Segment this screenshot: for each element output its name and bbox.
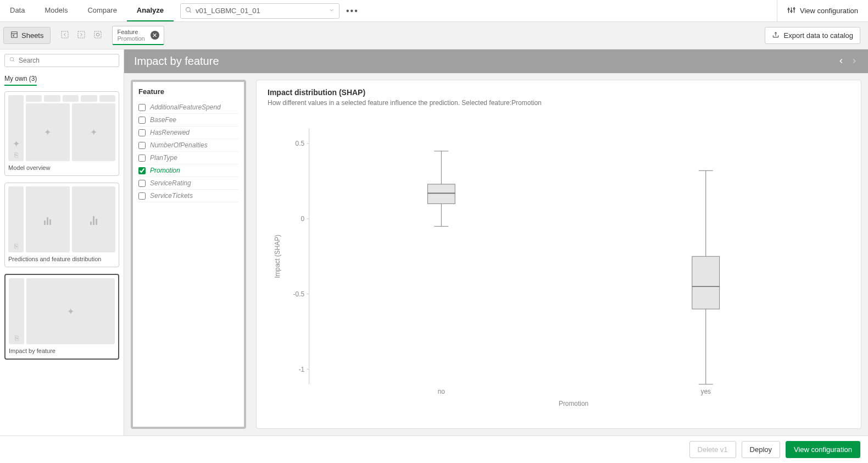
- nav-tab-models[interactable]: Models: [35, 0, 77, 21]
- sheet-title: Impact by feature: [134, 55, 219, 68]
- puzzle-icon: ✦: [90, 127, 97, 137]
- model-selector[interactable]: v01_LGBMC_01_01: [180, 3, 340, 19]
- top-nav: Data Models Compare Analyze v01_LGBMC_01…: [0, 0, 868, 22]
- nav-tab-analyze[interactable]: Analyze: [127, 0, 174, 21]
- svg-point-7: [793, 8, 795, 9]
- feature-item-plantype[interactable]: PlanType: [138, 152, 238, 164]
- select-back-icon[interactable]: [60, 30, 69, 41]
- boxplot-chart[interactable]: -1-0.500.5Impact (SHAP)noyesPromotion: [268, 110, 850, 421]
- svg-text:no: no: [438, 388, 446, 395]
- delete-button: Delete v1: [689, 441, 736, 458]
- feature-item-servicetickets[interactable]: ServiceTickets: [138, 190, 238, 202]
- svg-text:-1: -1: [298, 366, 304, 373]
- feature-item-label: ServiceRating: [150, 179, 191, 187]
- sheet-icon: ⎘: [14, 151, 18, 159]
- deploy-button[interactable]: Deploy: [742, 441, 780, 458]
- svg-rect-10: [62, 31, 68, 38]
- clear-selection-icon[interactable]: [93, 30, 102, 41]
- svg-rect-31: [428, 184, 455, 204]
- feature-panel-title: Feature: [138, 87, 238, 96]
- nav-tabs: Data Models Compare Analyze: [0, 0, 174, 21]
- nav-tab-data[interactable]: Data: [0, 0, 35, 21]
- feature-checkbox[interactable]: [138, 180, 146, 187]
- view-configuration-button[interactable]: View configuration: [786, 441, 860, 458]
- search-icon: [9, 57, 15, 64]
- feature-checkbox[interactable]: [138, 129, 146, 136]
- feature-item-numberofpenalties[interactable]: NumberOfPenalties: [138, 139, 238, 152]
- feature-item-servicerating[interactable]: ServiceRating: [138, 177, 238, 190]
- active-feature-tab[interactable]: Feature Promotion ✕: [112, 26, 164, 45]
- feature-checkbox[interactable]: [138, 117, 146, 124]
- feature-item-label: HasRenewed: [150, 129, 190, 136]
- sliders-icon: [787, 6, 795, 16]
- selection-tools: [60, 30, 102, 41]
- feature-checkbox[interactable]: [138, 155, 146, 162]
- select-forward-icon[interactable]: [77, 30, 86, 41]
- svg-rect-12: [94, 31, 101, 38]
- search-icon: [185, 7, 192, 15]
- svg-rect-11: [78, 31, 85, 38]
- feature-item-additionalfeaturespend[interactable]: AdditionalFeatureSpend: [138, 101, 238, 114]
- feature-item-label: Promotion: [150, 167, 180, 174]
- feature-item-label: PlanType: [150, 154, 177, 162]
- svg-line-1: [190, 11, 191, 13]
- svg-point-5: [791, 10, 792, 12]
- left-panel: My own (3) ✦⎘ ✦✦ Model overview ⎘ Predic…: [0, 49, 124, 436]
- chart-title: Impact distribution (SHAP): [268, 88, 850, 97]
- view-configuration-label: View configuration: [800, 7, 858, 15]
- feature-checkbox[interactable]: [138, 192, 146, 200]
- sheet-thumb-label: Predictions and feature distribution: [8, 255, 115, 263]
- svg-point-3: [788, 8, 789, 10]
- svg-text:Impact (SHAP): Impact (SHAP): [274, 235, 281, 278]
- feature-item-label: ServiceTickets: [150, 192, 193, 200]
- export-label: Export data to catalog: [784, 31, 853, 40]
- sheet-thumb-label: Impact by feature: [9, 346, 115, 355]
- sheets-button[interactable]: Sheets: [3, 27, 51, 44]
- model-selector-value: v01_LGBMC_01_01: [196, 7, 260, 15]
- content-body: Feature AdditionalFeatureSpendBaseFeeHas…: [124, 73, 868, 436]
- feature-item-label: BaseFee: [150, 116, 176, 124]
- nav-tab-compare[interactable]: Compare: [77, 0, 126, 21]
- export-button[interactable]: Export data to catalog: [765, 27, 860, 44]
- sheet-thumb-impact[interactable]: ⎘ ✦ Impact by feature: [4, 274, 119, 360]
- feature-item-hasrenewed[interactable]: HasRenewed: [138, 126, 238, 139]
- more-menu-button[interactable]: •••: [346, 6, 359, 16]
- svg-point-0: [186, 7, 191, 12]
- sheet-thumb-model-overview[interactable]: ✦⎘ ✦✦ Model overview: [4, 91, 119, 176]
- puzzle-icon: ✦: [13, 139, 20, 149]
- view-configuration-link[interactable]: View configuration: [777, 0, 868, 21]
- next-sheet-button[interactable]: [850, 55, 858, 68]
- close-icon[interactable]: ✕: [151, 31, 159, 40]
- feature-tab-value: Promotion: [117, 35, 144, 42]
- bar-chart-icon: [90, 214, 97, 225]
- feature-checkbox[interactable]: [138, 104, 146, 111]
- svg-line-16: [13, 60, 14, 62]
- feature-panel: Feature AdditionalFeatureSpendBaseFeeHas…: [131, 80, 246, 429]
- toolbar: Sheets Feature Promotion ✕ Export data t…: [0, 22, 868, 49]
- svg-text:Promotion: Promotion: [559, 400, 588, 407]
- sheet-search-input[interactable]: [19, 57, 114, 64]
- svg-point-13: [97, 33, 99, 36]
- sheets-icon: [10, 31, 18, 40]
- chart-panel: Impact distribution (SHAP) How different…: [256, 80, 861, 429]
- svg-text:0: 0: [301, 215, 304, 223]
- main: My own (3) ✦⎘ ✦✦ Model overview ⎘ Predic…: [0, 49, 868, 436]
- feature-item-basefee[interactable]: BaseFee: [138, 114, 238, 126]
- feature-tab-title: Feature: [117, 29, 144, 35]
- sheet-thumb-predictions[interactable]: ⎘ Predictions and feature distribution: [4, 183, 119, 267]
- feature-checkbox[interactable]: [138, 167, 146, 174]
- sheet-search[interactable]: [4, 54, 119, 67]
- prev-sheet-button[interactable]: [837, 55, 845, 68]
- feature-item-promotion[interactable]: Promotion: [138, 164, 238, 177]
- feature-item-label: AdditionalFeatureSpend: [150, 103, 221, 111]
- svg-text:0.5: 0.5: [296, 140, 305, 147]
- sheet-icon: ⎘: [15, 334, 19, 342]
- feature-checkbox[interactable]: [138, 142, 146, 149]
- puzzle-icon: ✦: [44, 127, 51, 137]
- sheets-label: Sheets: [21, 31, 43, 40]
- footer: Delete v1 Deploy View configuration: [0, 436, 868, 463]
- svg-text:-0.5: -0.5: [293, 290, 305, 298]
- svg-point-15: [10, 57, 13, 60]
- svg-text:yes: yes: [700, 388, 711, 395]
- feature-item-label: NumberOfPenalties: [150, 141, 208, 149]
